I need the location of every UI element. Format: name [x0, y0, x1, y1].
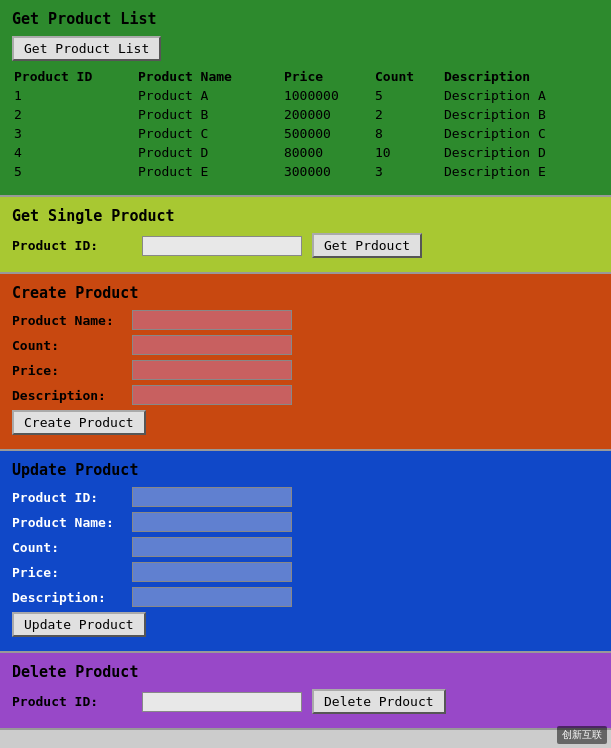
col-header-desc: Description [442, 67, 599, 86]
create-desc-row: Description: [12, 385, 599, 405]
create-name-label: Product Name: [12, 313, 132, 328]
create-name-row: Product Name: [12, 310, 599, 330]
col-header-count: Count [373, 67, 442, 86]
table-row: 5Product E3000003Description E [12, 162, 599, 181]
update-id-input[interactable] [132, 487, 292, 507]
get-single-section: Get Single Product Product ID: Get Prdou… [0, 197, 611, 274]
create-product-button[interactable]: Create Product [12, 410, 146, 435]
update-price-label: Price: [12, 565, 132, 580]
update-desc-row: Description: [12, 587, 599, 607]
table-row: 3Product C5000008Description C [12, 124, 599, 143]
update-name-row: Product Name: [12, 512, 599, 532]
create-count-row: Count: [12, 335, 599, 355]
delete-row: Product ID: Delete Prdouct [12, 689, 599, 714]
delete-id-input[interactable] [142, 692, 302, 712]
update-count-row: Count: [12, 537, 599, 557]
delete-button[interactable]: Delete Prdouct [312, 689, 446, 714]
update-title: Update Product [12, 461, 599, 479]
update-name-input[interactable] [132, 512, 292, 532]
create-price-label: Price: [12, 363, 132, 378]
product-table: Product ID Product Name Price Count Desc… [12, 67, 599, 181]
col-header-id: Product ID [12, 67, 136, 86]
update-id-label: Product ID: [12, 490, 132, 505]
get-single-button[interactable]: Get Prdouct [312, 233, 422, 258]
create-price-input[interactable] [132, 360, 292, 380]
update-name-label: Product Name: [12, 515, 132, 530]
update-count-label: Count: [12, 540, 132, 555]
table-row: 4Product D8000010Description D [12, 143, 599, 162]
get-single-id-input[interactable] [142, 236, 302, 256]
create-desc-label: Description: [12, 388, 132, 403]
create-price-row: Price: [12, 360, 599, 380]
table-row: 1Product A10000005Description A [12, 86, 599, 105]
table-row: 2Product B2000002Description B [12, 105, 599, 124]
watermark: 创新互联 [557, 726, 607, 730]
create-section: Create Product Product Name: Count: Pric… [0, 274, 611, 451]
update-product-button[interactable]: Update Product [12, 612, 146, 637]
update-section: Update Product Product ID: Product Name:… [0, 451, 611, 653]
get-single-label: Product ID: [12, 238, 132, 253]
get-single-row: Product ID: Get Prdouct [12, 233, 599, 258]
create-count-input[interactable] [132, 335, 292, 355]
update-count-input[interactable] [132, 537, 292, 557]
get-product-list-button[interactable]: Get Product List [12, 36, 161, 61]
create-title: Create Product [12, 284, 599, 302]
update-price-row: Price: [12, 562, 599, 582]
get-list-title: Get Product List [12, 10, 599, 28]
update-desc-label: Description: [12, 590, 132, 605]
get-single-title: Get Single Product [12, 207, 599, 225]
col-header-price: Price [282, 67, 373, 86]
delete-title: Delete Product [12, 663, 599, 681]
delete-label: Product ID: [12, 694, 132, 709]
col-header-name: Product Name [136, 67, 282, 86]
get-list-section: Get Product List Get Product List Produc… [0, 0, 611, 197]
create-desc-input[interactable] [132, 385, 292, 405]
update-id-row: Product ID: [12, 487, 599, 507]
update-desc-input[interactable] [132, 587, 292, 607]
delete-section: Delete Product Product ID: Delete Prdouc… [0, 653, 611, 730]
create-name-input[interactable] [132, 310, 292, 330]
update-price-input[interactable] [132, 562, 292, 582]
create-count-label: Count: [12, 338, 132, 353]
